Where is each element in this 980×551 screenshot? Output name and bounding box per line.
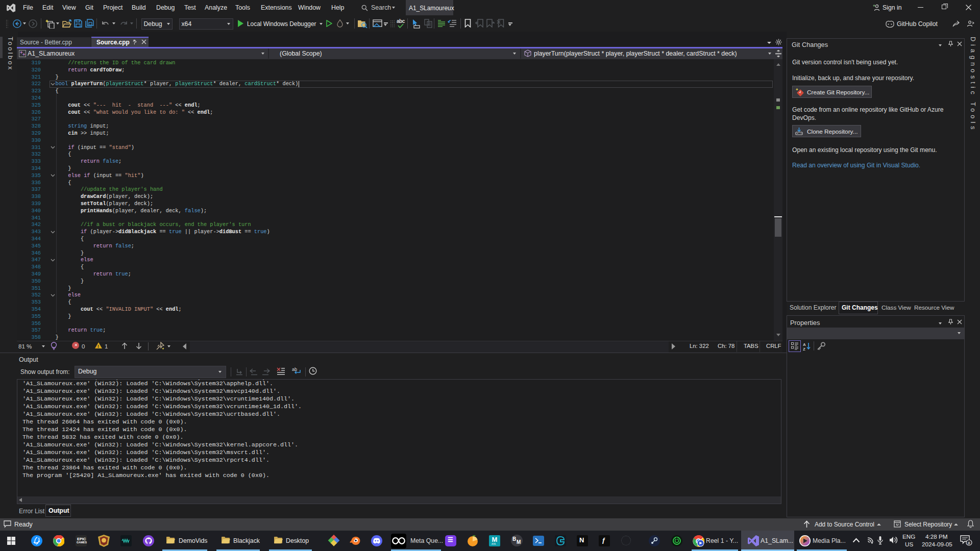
svg-text:ab: ab [292,367,297,372]
svg-text:A: A [803,342,806,347]
svg-text:8: 8 [968,541,970,545]
svg-text:Z: Z [803,347,805,351]
